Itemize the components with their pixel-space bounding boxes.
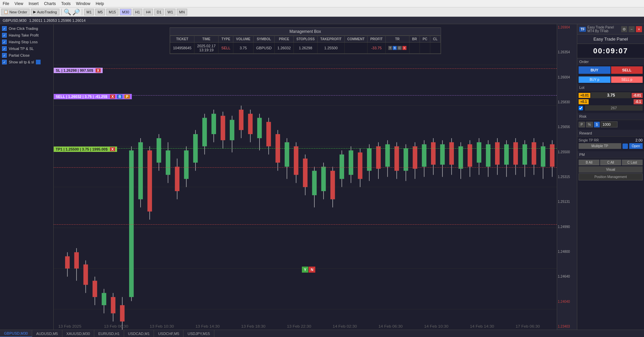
svg-rect-102 (495, 142, 500, 165)
sell-b-btn[interactable]: B (117, 95, 122, 99)
etp-settings-btn[interactable]: ⚙ (621, 26, 627, 32)
pc-checkbox[interactable]: ✓ (2, 53, 7, 58)
vtpsl-checkbox[interactable]: ✓ (2, 46, 7, 51)
price-axis: 1.26904 1.26354 1.26004 1.25830 1.25656 … (557, 24, 577, 330)
sell-button[interactable]: SELL (611, 66, 643, 74)
time-label-0: 13 Feb 2025 (58, 324, 82, 328)
new-order-button[interactable]: 📋 New Order (1, 9, 30, 15)
tf-m30[interactable]: M30 (120, 9, 131, 15)
satpsl-checkbox-row[interactable]: ✓ Show all tp & sl (2, 60, 51, 64)
tf-mn[interactable]: MN (177, 9, 187, 15)
tf-m5[interactable]: M5 (95, 9, 105, 15)
sl-close-btn[interactable]: X (96, 68, 101, 72)
htp-checkbox[interactable]: ✓ (2, 33, 7, 38)
risk-p-btn[interactable]: P (579, 122, 585, 127)
lot-checkbox[interactable] (579, 106, 583, 110)
btn-t[interactable]: T (388, 46, 392, 50)
menubar: File View Insert Charts Tools Window Hel… (0, 0, 644, 7)
tp-close-btn[interactable]: X (110, 147, 115, 151)
buy-pending-button[interactable]: BUY p (579, 76, 610, 83)
single-tp-row: Single TP RR 2.00 (579, 138, 643, 142)
tf-d1[interactable]: D1 (154, 9, 164, 15)
menu-tools[interactable]: Tools (61, 1, 71, 6)
tab-audusd-m5[interactable]: AUDUSD,M5 (32, 330, 62, 337)
c-all-button[interactable]: C All (600, 160, 621, 165)
sell-p-btn[interactable]: P (124, 95, 129, 99)
risk-value-input[interactable] (601, 121, 618, 127)
zoom-out-icon[interactable]: 🔎 (72, 8, 80, 16)
tab-usdjpy-m15[interactable]: USDJPY,M15 (183, 330, 214, 337)
time-label-5: 13 Feb 22:30 (287, 324, 311, 328)
pc-label: Partial Close (9, 53, 30, 57)
svg-rect-108 (523, 144, 527, 165)
col-stoploss: STOPLOSS (293, 36, 317, 43)
lot-minus-001-btn[interactable]: -0.01 (632, 93, 643, 98)
btn-b[interactable]: B (393, 46, 397, 50)
zoom-in-icon[interactable]: 🔍 (64, 8, 71, 16)
autotrading-button[interactable]: ▶ AutoTrading (31, 9, 59, 15)
tf-m15[interactable]: M15 (106, 9, 118, 15)
oct-checkbox-row[interactable]: ✓ One Click Trading (2, 26, 51, 31)
menu-view[interactable]: View (14, 1, 23, 6)
menu-charts[interactable]: Charts (44, 1, 56, 6)
col-comment: COMMENT (344, 36, 368, 43)
tab-eurusd-h1[interactable]: EURUSD,H1 (94, 330, 124, 337)
vtpsl-checkbox-row[interactable]: ✓ Virtual TP & SL (2, 46, 51, 51)
toolbar: 📋 New Order ▶ AutoTrading 🔍 🔎 M1 M5 M15 … (0, 7, 644, 17)
lot-number-row: 267 (579, 105, 643, 111)
pc-checkbox-row[interactable]: ✓ Partial Close (2, 53, 51, 58)
col-time: TIME (194, 36, 218, 43)
reward-section: Single TP RR 2.00 Mulitple TP Open (577, 136, 644, 151)
lot-minus-01-btn[interactable]: -0.1 (634, 99, 643, 104)
hsl-checkbox-row[interactable]: ✓ Having Stop Loss (2, 40, 51, 44)
hsl-checkbox[interactable]: ✓ (2, 40, 7, 44)
lot-plus-01-btn[interactable]: +0.1 (579, 99, 589, 104)
menu-insert[interactable]: Insert (29, 1, 39, 6)
svg-rect-20 (120, 305, 125, 322)
multiple-tp-button[interactable]: Mulitple TP (579, 143, 621, 149)
position-management-button[interactable]: Position Management (579, 173, 643, 180)
etp-minimize-btn[interactable]: − (629, 26, 635, 32)
htp-checkbox-row[interactable]: ✓ Having Take Profit (2, 33, 51, 38)
svg-rect-28 (157, 138, 161, 163)
satpsl-label: Show all tp & sl (9, 60, 34, 64)
svg-rect-46 (239, 110, 244, 130)
menu-file[interactable]: File (3, 1, 9, 6)
visual-button[interactable]: Visual (579, 166, 643, 173)
btn-c[interactable]: C (397, 46, 402, 50)
cell-cl-empty (430, 43, 440, 54)
menu-help[interactable]: Help (96, 1, 104, 6)
tf-w1[interactable]: W1 (165, 9, 175, 15)
sell-close-btn[interactable]: X (110, 95, 115, 99)
time-label-7: 14 Feb 06:30 (378, 324, 402, 328)
oct-checkbox[interactable]: ✓ (2, 26, 7, 31)
tf-h4[interactable]: H4 (144, 9, 153, 15)
tab-gbpusd-m30[interactable]: GBPUSD,M30 (0, 330, 32, 337)
confirm-yes-button[interactable]: Y (302, 267, 308, 273)
tab-usdchf-m5[interactable]: USDCHF,M5 (154, 330, 183, 337)
lot-plus-001-btn[interactable]: +0.01 (579, 93, 590, 98)
confirm-no-button[interactable]: N (309, 267, 315, 273)
tf-m1[interactable]: M1 (84, 9, 94, 15)
satpsl-checkbox[interactable]: ✓ (2, 60, 7, 64)
sell-pending-button[interactable]: SELL p (611, 76, 643, 83)
chart-area[interactable]: Management Box TICKET TIME TYPE VOLUME S… (54, 24, 557, 330)
c-last-button[interactable]: C Last (622, 160, 643, 165)
risk-pct-btn[interactable]: % (586, 122, 593, 127)
tab-usdcad-m1[interactable]: USDCAD,M1 (124, 330, 154, 337)
btn-x[interactable]: X (402, 46, 407, 50)
color-picker-btn[interactable] (36, 60, 41, 64)
svg-rect-26 (148, 151, 152, 212)
open-button[interactable]: Open (629, 143, 643, 149)
risk-dollar-btn[interactable]: $ (594, 122, 600, 127)
cell-comment (344, 43, 368, 54)
tab-xauusd-m30[interactable]: XAUUSD,M30 (62, 330, 94, 337)
svg-rect-38 (202, 118, 207, 146)
multiple-tp-toggle[interactable] (623, 144, 628, 149)
tf-h1[interactable]: H1 (133, 9, 142, 15)
b-all-button[interactable]: B All (579, 160, 599, 165)
buy-button[interactable]: BUY (579, 66, 610, 74)
etp-close-btn[interactable]: × (636, 26, 642, 32)
menu-window[interactable]: Window (76, 1, 91, 6)
order-buttons: BUY SELL (577, 65, 644, 75)
